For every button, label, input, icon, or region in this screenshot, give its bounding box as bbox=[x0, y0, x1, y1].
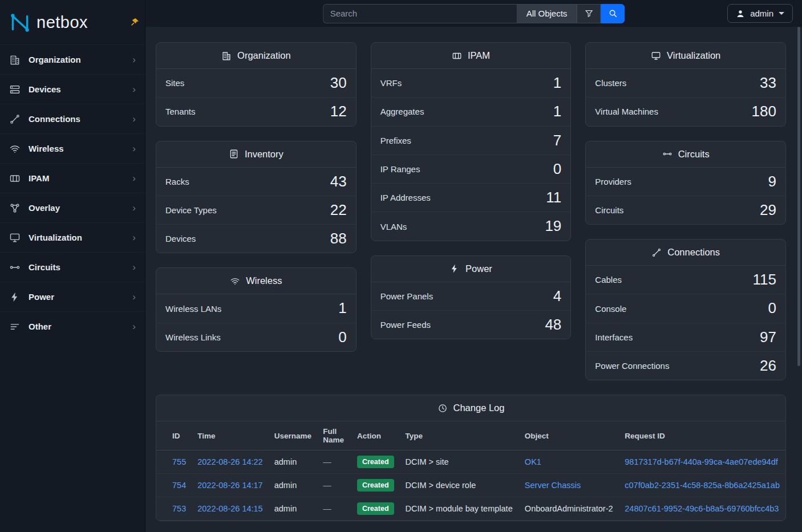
stat-row-vrfs[interactable]: VRFs 1 bbox=[371, 69, 571, 98]
stat-value: 7 bbox=[553, 133, 561, 148]
transit-icon bbox=[662, 149, 673, 159]
monitor-icon bbox=[651, 51, 661, 61]
stat-row-interfaces[interactable]: Interfaces 97 bbox=[586, 323, 785, 352]
brand-logo[interactable]: netbox bbox=[0, 0, 145, 44]
wifi-icon bbox=[230, 276, 240, 286]
lightning-icon bbox=[449, 263, 460, 274]
change-time-link[interactable]: 2022-08-26 14:22 bbox=[197, 457, 263, 466]
change-full-name: — bbox=[323, 457, 331, 466]
stat-row-devices[interactable]: Devices 88 bbox=[156, 225, 356, 253]
stat-value: 97 bbox=[760, 330, 776, 345]
stat-row-racks[interactable]: Racks 43 bbox=[156, 168, 356, 196]
monitor-icon bbox=[9, 232, 21, 243]
stat-row-device-types[interactable]: Device Types 22 bbox=[156, 196, 356, 225]
stat-row-vlans[interactable]: VLANs 19 bbox=[371, 212, 571, 240]
change-time-link[interactable]: 2022-08-26 14:17 bbox=[197, 481, 263, 490]
change-id-link[interactable]: 755 bbox=[172, 457, 186, 466]
stat-value: 26 bbox=[760, 358, 776, 373]
stat-value: 11 bbox=[546, 190, 561, 205]
user-menu-button[interactable]: admin bbox=[727, 4, 793, 23]
search-icon bbox=[608, 9, 618, 18]
chevron-right-icon: › bbox=[132, 322, 136, 331]
change-id-link[interactable]: 754 bbox=[172, 481, 186, 490]
sidebar-item-wireless[interactable]: Wireless › bbox=[0, 133, 145, 163]
stat-row-ip-ranges[interactable]: IP Ranges 0 bbox=[371, 155, 571, 184]
sidebar-item-ipam[interactable]: IPAM › bbox=[0, 163, 145, 193]
stat-row-tenants[interactable]: Tenants 12 bbox=[156, 98, 356, 125]
dashboard: Organization Sites 30 Tenants 12 bbox=[145, 27, 802, 532]
stat-label: Circuits bbox=[595, 205, 623, 215]
stat-row-virtual-machines[interactable]: Virtual Machines 180 bbox=[586, 98, 785, 125]
search-submit-button[interactable] bbox=[601, 4, 625, 23]
sidebar-item-devices[interactable]: Devices › bbox=[0, 74, 145, 104]
server-stack-icon bbox=[9, 84, 21, 95]
topbar: All Objects admin bbox=[145, 0, 802, 27]
sidebar-item-overlay[interactable]: Overlay › bbox=[0, 193, 145, 222]
stat-row-wireless-lans[interactable]: Wireless LANs 1 bbox=[156, 294, 356, 323]
stat-row-cables[interactable]: Cables 115 bbox=[586, 266, 785, 294]
stat-label: Devices bbox=[165, 234, 196, 243]
sidebar-item-label: Circuits bbox=[29, 262, 124, 272]
stat-row-sites[interactable]: Sites 30 bbox=[156, 69, 356, 98]
action-badge: Created bbox=[357, 479, 394, 492]
card-header: Organization bbox=[156, 43, 356, 69]
card-title: Connections bbox=[667, 247, 720, 258]
table-header-row: ID Time Username Full Name Action Type O… bbox=[156, 421, 785, 450]
stat-row-power-feeds[interactable]: Power Feeds 48 bbox=[371, 311, 571, 339]
stat-row-prefixes[interactable]: Prefixes 7 bbox=[371, 127, 571, 155]
stat-label: Wireless LANs bbox=[165, 304, 221, 314]
stat-row-providers[interactable]: Providers 9 bbox=[586, 168, 785, 196]
action-badge: Created bbox=[357, 502, 394, 515]
graph-icon bbox=[9, 202, 21, 214]
stat-row-ip-addresses[interactable]: IP Addresses 11 bbox=[371, 184, 571, 212]
sidebar-item-power[interactable]: Power › bbox=[0, 282, 145, 311]
sidebar-item-virtualization[interactable]: Virtualization › bbox=[0, 222, 145, 252]
stat-row-wireless-links[interactable]: Wireless Links 0 bbox=[156, 323, 356, 351]
stat-row-power-connections[interactable]: Power Connections 26 bbox=[586, 352, 785, 380]
change-log-table: ID Time Username Full Name Action Type O… bbox=[156, 421, 785, 521]
change-id-link[interactable]: 753 bbox=[172, 504, 186, 513]
filter-button[interactable] bbox=[577, 4, 601, 23]
stat-label: VRFs bbox=[380, 78, 402, 88]
sidebar-item-other[interactable]: Other › bbox=[0, 311, 145, 341]
request-id-link[interactable]: 9817317d-b67f-440a-99ca-4ae07ede94df bbox=[625, 457, 777, 466]
pin-icon[interactable] bbox=[131, 17, 140, 28]
stat-row-aggregates[interactable]: Aggregates 1 bbox=[371, 98, 571, 126]
stat-label: Virtual Machines bbox=[595, 107, 658, 116]
column-header-request-id: Request ID bbox=[619, 421, 785, 450]
card-header: Circuits bbox=[586, 141, 785, 168]
stat-row-power-panels[interactable]: Power Panels 4 bbox=[371, 282, 571, 311]
cable-icon bbox=[9, 113, 21, 125]
scrollbar-thumb[interactable] bbox=[797, 27, 800, 366]
sidebar-item-label: Virtualization bbox=[29, 233, 124, 242]
sidebar-item-label: Wireless bbox=[29, 144, 124, 153]
card-ipam: IPAM VRFs 1 Aggregates 1 Prefixes 7 bbox=[371, 42, 572, 241]
change-object-link[interactable]: Server Chassis bbox=[525, 481, 581, 490]
column-header-username: Username bbox=[269, 421, 317, 450]
change-time-link[interactable]: 2022-08-26 14:15 bbox=[197, 504, 263, 513]
request-id-link[interactable]: 24807c61-9952-49c6-b8a5-69760bfcc4b3 bbox=[625, 504, 779, 513]
card-wireless: Wireless Wireless LANs 1 Wireless Links … bbox=[156, 267, 357, 352]
stat-value: 43 bbox=[330, 174, 347, 189]
change-type: DCIM > module bay template bbox=[400, 497, 519, 521]
stat-row-clusters[interactable]: Clusters 33 bbox=[586, 69, 785, 98]
chevron-right-icon: › bbox=[132, 262, 136, 272]
sidebar-item-label: IPAM bbox=[29, 173, 124, 183]
sidebar-item-circuits[interactable]: Circuits › bbox=[0, 252, 145, 282]
sidebar-item-connections[interactable]: Connections › bbox=[0, 104, 145, 133]
change-object: OnboardAdministrator-2 bbox=[519, 497, 619, 521]
stat-row-circuits[interactable]: Circuits 29 bbox=[586, 196, 785, 224]
object-type-dropdown[interactable]: All Objects bbox=[517, 4, 577, 23]
ip-counter-icon bbox=[9, 173, 21, 184]
chevron-right-icon: › bbox=[132, 114, 136, 124]
stat-value: 1 bbox=[553, 75, 561, 91]
search-input[interactable] bbox=[323, 4, 517, 23]
stat-label: Wireless Links bbox=[165, 332, 221, 342]
stat-row-console[interactable]: Console 0 bbox=[586, 294, 785, 323]
sidebar-item-organization[interactable]: Organization › bbox=[0, 44, 145, 74]
request-id-link[interactable]: c07f0ab2-2351-4c58-825a-8b6a2425a1ab bbox=[625, 481, 780, 490]
stats-grid: Organization Sites 30 Tenants 12 bbox=[156, 42, 786, 380]
sidebar-item-label: Devices bbox=[29, 84, 124, 94]
change-object-link[interactable]: OK1 bbox=[525, 457, 541, 466]
user-label: admin bbox=[750, 9, 773, 18]
